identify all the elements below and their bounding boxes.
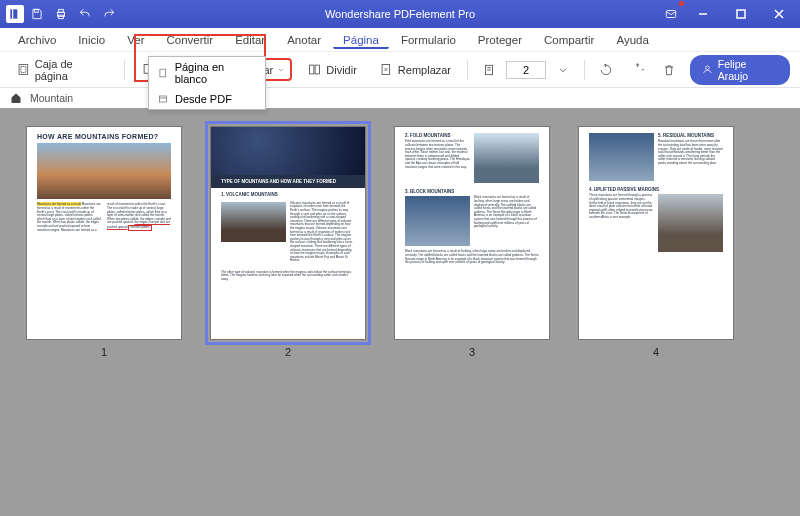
insert-from-pdf[interactable]: Desde PDF (149, 89, 265, 109)
menu-anotar[interactable]: Anotar (277, 31, 331, 49)
svg-rect-3 (59, 15, 64, 19)
svg-rect-15 (160, 69, 166, 77)
p2-hero-image (211, 127, 365, 175)
p3-image-1 (474, 133, 539, 183)
user-pill[interactable]: Felipe Araujo (690, 55, 790, 85)
undo-icon[interactable] (74, 3, 96, 25)
svg-rect-4 (666, 11, 675, 18)
p1-title: HOW ARE MOUNTAINS FORMED? (27, 127, 181, 143)
page-number-1: 1 (101, 346, 107, 358)
svg-rect-5 (737, 10, 745, 18)
p1-image (37, 143, 171, 199)
menu-archivo[interactable]: Archivo (8, 31, 66, 49)
svg-rect-0 (35, 9, 39, 12)
notification-icon[interactable] (660, 3, 682, 25)
redo-icon[interactable] (98, 3, 120, 25)
svg-rect-2 (59, 9, 64, 12)
page-number-4: 4 (653, 346, 659, 358)
p2-section: 1. VOLCANIC MOUNTAINS (211, 188, 365, 197)
workspace: HOW ARE MOUNTAINS FORMED? Mountains are … (0, 108, 800, 516)
breadcrumb: Mountain (0, 88, 800, 108)
svg-point-14 (706, 66, 710, 70)
menu-bar: Archivo Inicio Ver Convertir Editar Anot… (0, 28, 800, 52)
separator (584, 60, 585, 80)
menu-pagina[interactable]: Página (333, 31, 389, 49)
toolbar: Caja de página Extraer Insertar Dividir … (0, 52, 800, 88)
insert-from-pdf-label: Desde PDF (175, 93, 232, 105)
print-icon[interactable] (50, 3, 72, 25)
title-bar: Wondershare PDFelement Pro (0, 0, 800, 28)
page-thumb-1[interactable]: HOW ARE MOUNTAINS FORMED? Mountains are … (26, 126, 182, 358)
page-thumb-2[interactable]: TYPE OF MOUNTAINS AND HOW ARE THEY FORME… (210, 126, 366, 358)
maximize-button[interactable] (724, 3, 758, 25)
rotate-right-icon[interactable] (627, 59, 649, 81)
insert-blank-page[interactable]: Página en blanco (149, 57, 265, 89)
insert-blank-label: Página en blanco (175, 61, 257, 85)
split-button[interactable]: Dividir (301, 59, 363, 80)
page-number-3: 3 (469, 346, 475, 358)
menu-formulario[interactable]: Formulario (391, 31, 466, 49)
menu-proteger[interactable]: Proteger (468, 31, 532, 49)
app-logo (6, 5, 24, 23)
split-label: Dividir (326, 64, 357, 76)
user-name: Felipe Araujo (718, 58, 778, 82)
save-icon[interactable] (26, 3, 48, 25)
menu-ayuda[interactable]: Ayuda (606, 31, 658, 49)
separator (467, 60, 468, 80)
page-thumb-3[interactable]: 2. FOLD MOUNTAINS Fold mountains are for… (394, 126, 550, 358)
svg-rect-11 (315, 65, 319, 74)
page-box-button[interactable]: Caja de página (10, 55, 114, 85)
menu-compartir[interactable]: Compartir (534, 31, 604, 49)
p4-image-1 (589, 133, 654, 181)
separator (124, 60, 125, 80)
page-box-label: Caja de página (35, 58, 108, 82)
page-number-2: 2 (285, 346, 291, 358)
delete-icon[interactable] (658, 59, 680, 81)
replace-button[interactable]: Remplazar (373, 59, 457, 80)
breadcrumb-doc[interactable]: Mountain (30, 92, 73, 104)
insert-dropdown: Página en blanco Desde PDF (148, 56, 266, 110)
p2-band: TYPE OF MOUNTAINS AND HOW ARE THEY FORME… (211, 175, 365, 188)
close-button[interactable] (762, 3, 796, 25)
svg-rect-10 (310, 65, 314, 74)
replace-label: Remplazar (398, 64, 451, 76)
chevron-down-icon[interactable] (552, 59, 574, 81)
page-label-icon[interactable] (478, 59, 500, 81)
p3-image-2 (405, 196, 470, 246)
menu-inicio[interactable]: Inicio (68, 31, 115, 49)
rotate-left-icon[interactable] (595, 59, 617, 81)
p4-image-2 (658, 194, 723, 252)
home-icon[interactable] (10, 92, 22, 104)
menu-editar[interactable]: Editar (225, 31, 275, 49)
menu-ver[interactable]: Ver (117, 31, 154, 49)
minimize-button[interactable] (686, 3, 720, 25)
menu-convertir[interactable]: Convertir (156, 31, 223, 49)
svg-rect-7 (21, 66, 26, 72)
page-thumb-4[interactable]: 5. RESIDUAL MOUNTAINS Residual mountains… (578, 126, 734, 358)
p2-image (221, 202, 286, 242)
page-number-input[interactable] (506, 61, 546, 79)
svg-rect-16 (160, 96, 167, 102)
